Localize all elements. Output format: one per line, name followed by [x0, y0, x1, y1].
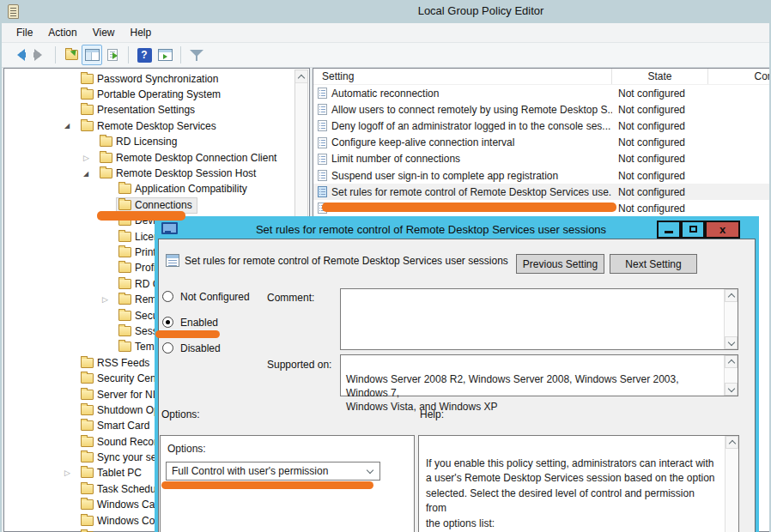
scroll-down-icon[interactable] [725, 383, 738, 396]
next-setting-button[interactable]: Next Setting [610, 254, 697, 274]
tree-item-presentation-settings[interactable]: Presentation Settings [4, 103, 294, 118]
tree-item-box[interactable]: RD Licensing [97, 134, 182, 150]
setting-cell[interactable]: Configure keep-alive connection interval [313, 136, 612, 148]
state-cell: Not configured [612, 203, 708, 215]
tree-item-remote-desktop-connection-client[interactable]: ▷Remote Desktop Connection Client [4, 150, 294, 166]
radio-enabled[interactable] [162, 317, 173, 328]
tree-item-box[interactable]: RSS Feeds [78, 355, 155, 372]
collapse-icon[interactable]: ◢ [83, 171, 97, 178]
radio-row-disabled[interactable]: Disabled [162, 342, 221, 354]
radio-row-enabled[interactable]: Enabled [162, 316, 218, 329]
tree-item-label: Tablet PC [97, 467, 142, 479]
tree-item-box[interactable]: Password Synchronization [78, 71, 223, 88]
options-dropdown-value: Full Control with user's permission [167, 465, 367, 477]
folder-icon [81, 74, 94, 84]
window-titlebar[interactable]: Local Group Policy Editor [2, 0, 769, 23]
tree-item-box[interactable]: Portable Operating System [78, 87, 226, 103]
comment-scrollbar[interactable] [724, 289, 738, 349]
tree-item-box[interactable]: Remote Desktop Session Host [97, 166, 261, 182]
tree-item-label: Remote Desktop Session Host [116, 167, 256, 179]
menu-item-file[interactable]: File [9, 25, 40, 40]
tree-item-label: Connections [135, 199, 192, 211]
scroll-up-icon[interactable] [725, 355, 738, 368]
setting-row-automatic-reconnection[interactable]: Automatic reconnectionNot configured [313, 85, 769, 101]
radio-row-not-configured[interactable]: Not Configured [162, 290, 250, 303]
console-tree-toggle-icon[interactable] [82, 45, 102, 65]
folder-icon [118, 200, 131, 210]
setting-cell[interactable]: Set rules for remote control of Remote D… [313, 186, 612, 198]
scroll-down-icon[interactable] [725, 336, 738, 349]
previous-setting-button[interactable]: Previous Setting [516, 254, 604, 274]
tree-item-box[interactable]: Application Compatibility [116, 181, 252, 197]
close-button[interactable]: x [705, 221, 740, 239]
tree-item-portable-operating-system[interactable]: Portable Operating System [4, 87, 294, 102]
collapse-icon[interactable]: ◢ [64, 123, 78, 130]
tree-item-rd-licensing[interactable]: RD Licensing [4, 135, 294, 150]
expand-icon[interactable]: ▷ [64, 469, 78, 477]
setting-cell[interactable]: Limit number of connections [313, 153, 612, 165]
supported-on-label: Supported on: [267, 359, 331, 371]
setting-name: Allow users to connect remotely by using… [331, 104, 612, 116]
maximize-button[interactable] [681, 221, 705, 239]
up-one-level-icon[interactable] [61, 45, 82, 65]
setting-row-configure-keep-alive-connection-interval[interactable]: Configure keep-alive connection interval… [313, 135, 769, 151]
back-arrow-icon[interactable] [9, 45, 29, 65]
tree-item-password-synchronization[interactable]: Password Synchronization [4, 71, 294, 87]
tree-item-remote-desktop-services[interactable]: ◢Remote Desktop Services [4, 118, 294, 134]
policy-doc-icon [318, 120, 327, 131]
toolbar-separator [180, 46, 181, 63]
expand-icon[interactable]: ▷ [83, 154, 97, 162]
tree-item-box[interactable]: Smart Card [78, 418, 155, 434]
tree-item-box[interactable]: Presentation Settings [78, 102, 200, 118]
setting-cell[interactable]: Allow users to connect remotely by using… [313, 104, 612, 116]
setting-row-deny-logoff-of-an-administrator-logged-i[interactable]: Deny logoff of an administrator logged i… [313, 118, 769, 134]
tree-item-box[interactable]: Remote Desktop Services [78, 118, 222, 135]
help-box: If you enable this policy setting, admin… [418, 435, 739, 532]
export-list-icon[interactable] [102, 45, 123, 65]
dialog-title: Set rules for remote control of Remote D… [158, 223, 657, 236]
action-pane-toggle-icon[interactable] [155, 45, 175, 65]
setting-row-allow-users-to-connect-remotely-by-using[interactable]: Allow users to connect remotely by using… [313, 101, 769, 118]
menu-item-help[interactable]: Help [123, 25, 160, 40]
radio-not-configured[interactable] [162, 291, 173, 302]
comment-textarea[interactable] [340, 288, 738, 350]
expand-icon[interactable]: ▷ [102, 296, 116, 304]
scroll-up-icon[interactable] [725, 436, 738, 449]
radio-disabled[interactable] [162, 342, 173, 354]
help-scrollbar[interactable] [725, 436, 738, 532]
tree-item-box[interactable]: Remote Desktop Connection Client [97, 150, 282, 166]
setting-cell[interactable]: Deny logoff of an administrator logged i… [313, 120, 612, 132]
policy-doc-icon [318, 186, 327, 197]
tree-item-box[interactable]: Tablet PC [78, 465, 147, 481]
menu-item-view[interactable]: View [85, 25, 123, 40]
scroll-up-icon[interactable] [725, 289, 738, 302]
folder-icon [81, 390, 94, 400]
setting-cell[interactable]: Suspend user sign-in to complete app reg… [313, 170, 612, 182]
state-cell: Not configured [612, 170, 708, 182]
scroll-up-icon[interactable] [295, 70, 307, 83]
dialog-titlebar[interactable]: Set rules for remote control of Remote D… [158, 220, 756, 239]
column-header-comment[interactable]: Comment [708, 69, 769, 84]
dialog-heading: Set rules for remote control of Remote D… [185, 255, 513, 267]
state-cell: Not configured [612, 153, 708, 165]
options-dropdown[interactable]: Full Control with user's permission [166, 462, 380, 481]
filter-icon[interactable] [186, 45, 207, 65]
column-header-state[interactable]: State [612, 69, 708, 84]
tree-item-remote-desktop-session-host[interactable]: ◢Remote Desktop Session Host [4, 166, 294, 181]
setting-row-set-rules-for-remote-control-of-remote-d[interactable]: Set rules for remote control of Remote D… [313, 184, 769, 200]
supported-scrollbar[interactable] [724, 355, 738, 396]
help-icon[interactable]: ? [134, 45, 155, 65]
setting-row-limit-number-of-connections[interactable]: Limit number of connectionsNot configure… [313, 151, 769, 167]
tree-item-label: Presentation Settings [97, 104, 195, 116]
column-header-setting[interactable]: Setting [313, 69, 612, 84]
setting-row-suspend-user-sign-in-to-complete-app-reg[interactable]: Suspend user sign-in to complete app reg… [313, 167, 769, 184]
forward-arrow-icon[interactable] [29, 45, 50, 65]
window-title: Local Group Policy Editor [2, 4, 769, 17]
state-cell: Not configured [612, 136, 708, 148]
setting-name: Deny logoff of an administrator logged i… [331, 120, 610, 132]
menu-item-action[interactable]: Action [40, 25, 84, 40]
comment-label: Comment: [267, 292, 314, 304]
tree-item-application-compatibility[interactable]: Application Compatibility [4, 182, 294, 197]
setting-cell[interactable]: Automatic reconnection [313, 88, 612, 100]
minimize-button[interactable] [657, 221, 681, 239]
